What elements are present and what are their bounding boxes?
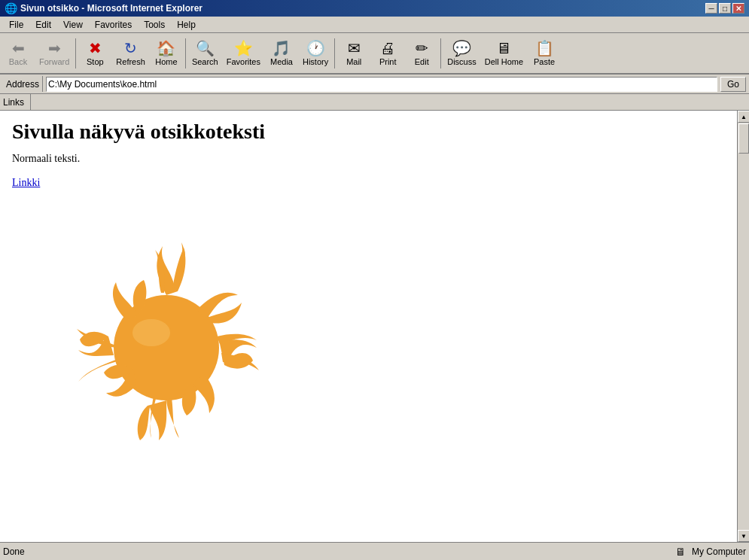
paste-icon: 📋 [535,41,554,56]
search-button[interactable]: 🔍 Search [188,35,222,72]
discuss-icon: 💬 [452,41,471,56]
back-button[interactable]: ⬅ Back [2,35,35,72]
favorites-label: Favorites [227,57,260,66]
refresh-icon: ↻ [124,41,137,56]
print-icon: 🖨 [380,41,395,56]
svg-point-1 [132,319,170,346]
history-button[interactable]: 🕐 History [299,35,332,72]
mail-label: Mail [346,57,361,66]
media-button[interactable]: 🎵 Media [265,35,298,72]
links-label: Links [3,94,31,110]
home-label: Home [155,57,177,66]
ie-logo-icon: 🌐 [5,2,17,14]
menu-tools[interactable]: Tools [138,18,171,32]
media-label: Media [270,57,293,66]
back-label: Back [9,57,27,66]
history-label: History [303,57,328,66]
favorites-button[interactable]: ⭐ Favorites [223,35,264,72]
status-bar: Done 🖥 My Computer [0,542,749,560]
title-bar-controls: ─ □ ✕ [705,3,744,14]
stop-button[interactable]: ✖ Stop [78,35,111,72]
print-label: Print [379,57,397,66]
go-button[interactable]: Go [720,77,746,92]
history-icon: 🕐 [306,41,325,56]
print-button[interactable]: 🖨 Print [371,35,404,72]
refresh-label: Refresh [116,57,145,66]
sun-image [27,201,298,472]
menu-bar: File Edit View Favorites Tools Help [0,17,749,33]
dellhome-button[interactable]: 🖥 Dell Home [481,35,527,72]
discuss-button[interactable]: 💬 Discuss [443,35,480,72]
stop-icon: ✖ [89,41,102,56]
stop-label: Stop [87,57,104,66]
page-heading: Sivulla näkyvä otsikkoteksti [12,120,725,144]
toolbar-separator-1 [75,38,76,68]
search-icon: 🔍 [196,41,215,56]
scroll-thumb[interactable] [738,123,749,154]
toolbar-separator-4 [440,38,441,68]
links-bar: Links [0,94,749,111]
scroll-up-arrow[interactable]: ▲ [738,111,749,123]
vertical-scrollbar[interactable]: ▲ ▼ [737,111,749,542]
page-link[interactable]: Linkki [12,177,725,189]
edit-button[interactable]: ✏ Edit [405,35,438,72]
forward-icon: ➡ [48,41,61,56]
content-scroll-area: Sivulla näkyvä otsikkoteksti Normaali te… [0,111,737,542]
home-button[interactable]: 🏠 Home [150,35,183,72]
menu-view[interactable]: View [57,18,89,32]
address-label: Address [3,76,43,92]
paste-label: Paste [534,57,555,66]
back-icon: ⬅ [12,41,25,56]
menu-favorites[interactable]: Favorites [89,18,138,32]
address-input[interactable] [46,77,717,92]
mail-button[interactable]: ✉ Mail [337,35,370,72]
dellhome-icon: 🖥 [496,41,511,56]
status-left: Done [3,546,25,557]
address-bar: Address Go [0,75,749,94]
main-area: Sivulla näkyvä otsikkoteksti Normaali te… [0,111,749,542]
mail-icon: ✉ [348,41,361,56]
edit-icon: ✏ [416,41,428,56]
scroll-down-arrow[interactable]: ▼ [738,530,749,542]
toolbar-separator-2 [185,38,186,68]
forward-button[interactable]: ➡ Forward [35,35,73,72]
status-right: 🖥 My Computer [675,546,746,558]
title-bar-left: 🌐 Sivun otsikko - Microsoft Internet Exp… [5,2,202,14]
status-text: Done [3,546,25,557]
search-label: Search [192,57,218,66]
paste-button[interactable]: 📋 Paste [528,35,561,72]
forward-label: Forward [39,57,69,66]
media-icon: 🎵 [272,41,291,56]
toolbar: ⬅ Back ➡ Forward ✖ Stop ↻ Refresh 🏠 Home… [0,33,749,75]
menu-file[interactable]: File [3,18,29,32]
edit-label: Edit [415,57,429,66]
page-normal-text: Normaali teksti. [12,153,725,165]
window-title: Sivun otsikko - Microsoft Internet Explo… [20,3,202,14]
close-button[interactable]: ✕ [732,3,744,14]
computer-icon: 🖥 [675,546,686,558]
title-bar: 🌐 Sivun otsikko - Microsoft Internet Exp… [0,0,749,17]
home-icon: 🏠 [157,41,175,56]
maximize-button[interactable]: □ [719,3,731,14]
computer-label: My Computer [692,546,746,557]
minimize-button[interactable]: ─ [705,3,717,14]
content-body: Sivulla näkyvä otsikkoteksti Normaali te… [0,111,737,481]
menu-edit[interactable]: Edit [29,18,57,32]
dellhome-label: Dell Home [485,57,523,66]
discuss-label: Discuss [447,57,476,66]
favorites-icon: ⭐ [234,41,253,56]
refresh-button[interactable]: ↻ Refresh [112,35,149,72]
menu-help[interactable]: Help [171,18,202,32]
toolbar-separator-3 [334,38,335,68]
